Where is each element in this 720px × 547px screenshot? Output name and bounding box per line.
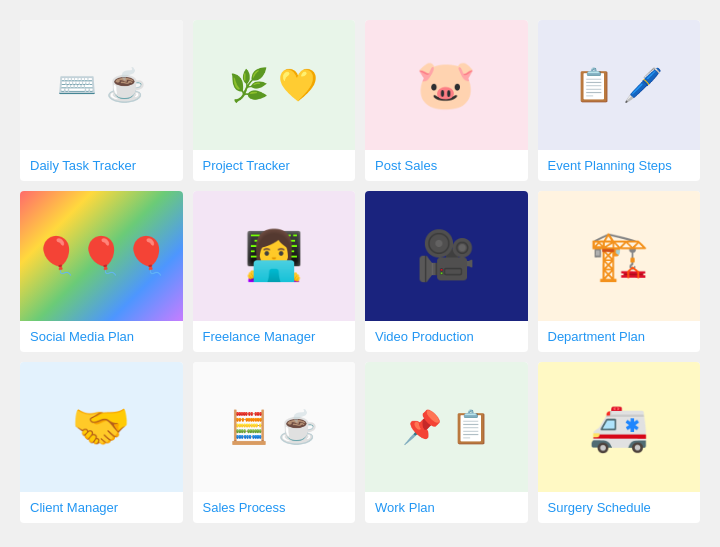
card-daily-task[interactable]: Daily Task Tracker — [20, 20, 183, 181]
card-image-client-manager — [20, 362, 183, 492]
card-image-surgery-schedule — [538, 362, 701, 492]
card-project-tracker[interactable]: Project Tracker — [193, 20, 356, 181]
card-image-video-production — [365, 191, 528, 321]
card-surgery-schedule[interactable]: Surgery Schedule — [538, 362, 701, 523]
card-label-post-sales: Post Sales — [365, 150, 528, 181]
card-label-client-manager: Client Manager — [20, 492, 183, 523]
card-department-plan[interactable]: Department Plan — [538, 191, 701, 352]
card-image-event-planning — [538, 20, 701, 150]
card-client-manager[interactable]: Client Manager — [20, 362, 183, 523]
card-label-video-production: Video Production — [365, 321, 528, 352]
card-label-social-media: Social Media Plan — [20, 321, 183, 352]
card-label-project-tracker: Project Tracker — [193, 150, 356, 181]
card-label-daily-task: Daily Task Tracker — [20, 150, 183, 181]
card-image-project-tracker — [193, 20, 356, 150]
card-image-work-plan — [365, 362, 528, 492]
card-image-social-media — [20, 191, 183, 321]
card-label-freelance: Freelance Manager — [193, 321, 356, 352]
card-image-department-plan — [538, 191, 701, 321]
card-image-sales-process — [193, 362, 356, 492]
card-label-department-plan: Department Plan — [538, 321, 701, 352]
template-grid: Daily Task TrackerProject TrackerPost Sa… — [20, 20, 700, 523]
card-post-sales[interactable]: Post Sales — [365, 20, 528, 181]
card-image-freelance — [193, 191, 356, 321]
card-image-post-sales — [365, 20, 528, 150]
card-event-planning[interactable]: Event Planning Steps — [538, 20, 701, 181]
card-freelance[interactable]: Freelance Manager — [193, 191, 356, 352]
card-label-work-plan: Work Plan — [365, 492, 528, 523]
card-sales-process[interactable]: Sales Process — [193, 362, 356, 523]
card-social-media[interactable]: Social Media Plan — [20, 191, 183, 352]
card-work-plan[interactable]: Work Plan — [365, 362, 528, 523]
card-label-surgery-schedule: Surgery Schedule — [538, 492, 701, 523]
card-label-event-planning: Event Planning Steps — [538, 150, 701, 181]
card-image-daily-task — [20, 20, 183, 150]
card-video-production[interactable]: Video Production — [365, 191, 528, 352]
card-label-sales-process: Sales Process — [193, 492, 356, 523]
